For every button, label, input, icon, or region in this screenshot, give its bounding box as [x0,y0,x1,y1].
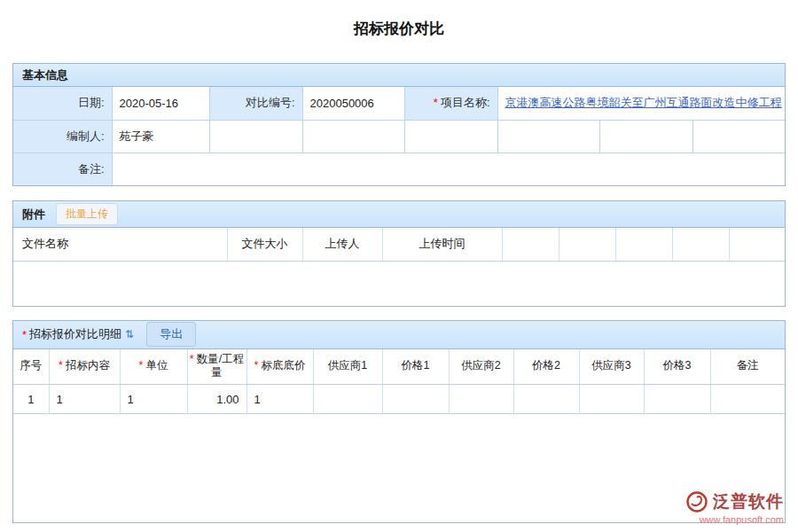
col-unit-label: 单位 [145,359,168,372]
empty-cell [599,120,692,153]
empty-cell [302,120,404,153]
remark-value[interactable] [112,153,785,185]
required-asterisk: * [190,353,194,365]
col-unit: *单位 [120,349,187,385]
detail-title: 招标报价对比明细 [29,326,121,342]
col-empty [502,228,559,261]
cell-price-1 [382,385,449,414]
brand-website[interactable]: www.fanpusoft.com [685,514,784,525]
col-upload-time: 上传时间 [382,228,502,261]
basic-info-row-1: 日期: 2020-05-16 对比编号: 2020050006 *项目名称: 京… [13,87,785,120]
compare-no-label: 对比编号: [209,87,302,120]
required-asterisk: * [139,359,144,372]
fanpu-logo-icon [685,490,708,513]
col-bid-content: *招标内容 [49,349,120,385]
basic-info-table: 日期: 2020-05-16 对比编号: 2020050006 *项目名称: 京… [13,87,785,185]
sort-icon[interactable]: ⇅ [125,328,134,340]
col-file-name: 文件名称 [13,228,227,261]
col-empty [729,228,785,261]
col-empty [615,228,672,261]
page-title: 招标报价对比 [0,0,798,39]
col-base-price: *标底底价 [246,349,313,385]
detail-empty-area [13,414,785,522]
col-empty [672,228,729,261]
attachments-header-row: 文件名称 文件大小 上传人 上传时间 [13,228,785,261]
attachments-title: 附件 [22,207,45,223]
brand-name: 泛普软件 [713,490,784,513]
basic-info-row-2: 编制人: 苑子豪 [13,120,785,153]
col-price-1: 价格1 [382,349,449,385]
basic-info-title: 基本信息 [22,67,68,83]
required-asterisk: * [434,96,438,109]
required-asterisk: * [59,359,63,372]
cell-supplier-2 [449,385,513,414]
project-name-label: *项目名称: [404,87,497,120]
col-empty [559,228,615,261]
remark-label: 备注: [13,153,112,185]
detail-table: 序号 *招标内容 *单位 *数量/工程量 *标底底价 供应商1 价格1 供应商2… [13,349,785,415]
detail-section: * 招标报价对比明细 ⇅ 导出 序号 *招标内容 *单位 *数量/工程量 *标底… [12,320,786,524]
col-price-2: 价格2 [513,349,579,385]
attachments-empty-area [13,262,785,306]
empty-cell [497,120,599,153]
empty-cell [404,120,497,153]
basic-info-header: 基本信息 [13,64,785,87]
detail-data-row: 1 1 1 1.00 1 [13,385,785,414]
col-base-price-label: 标底底价 [261,359,305,372]
cell-seq: 1 [13,385,49,414]
basic-info-section: 基本信息 日期: 2020-05-16 对比编号: 2020050006 *项目… [12,63,786,186]
col-uploader: 上传人 [302,228,382,261]
detail-header-row: 序号 *招标内容 *单位 *数量/工程量 *标底底价 供应商1 价格1 供应商2… [13,349,785,385]
export-button[interactable]: 导出 [146,322,196,347]
cell-supplier-3 [579,385,644,414]
detail-header: * 招标报价对比明细 ⇅ 导出 [13,321,785,349]
col-price-3: 价格3 [644,349,710,385]
col-quantity-label: 数量/工程量 [197,353,244,379]
col-supplier-1: 供应商1 [313,349,382,385]
cell-price-2 [513,385,579,414]
col-remark: 备注 [710,349,785,385]
col-bid-content-label: 招标内容 [66,359,110,372]
project-name-link[interactable]: 京港澳高速公路粤境韶关至广州互通路面改造中修工程 [505,96,782,109]
basic-info-row-3: 备注: [13,153,785,185]
attachments-table: 文件名称 文件大小 上传人 上传时间 [13,228,785,262]
required-asterisk: * [254,359,259,372]
attachments-header: 附件 批量上传 [13,201,785,228]
cell-supplier-1 [313,385,382,414]
cell-price-3 [644,385,710,414]
cell-remark [710,385,785,414]
batch-upload-button[interactable]: 批量上传 [56,203,118,225]
cell-unit: 1 [120,385,187,414]
col-file-size: 文件大小 [227,228,302,261]
required-asterisk: * [22,328,27,341]
date-label: 日期: [13,87,112,120]
attachments-section: 附件 批量上传 文件名称 文件大小 上传人 上传时间 [12,200,786,307]
vendor-logo: 泛普软件 www.fanpusoft.com [685,490,784,525]
cell-quantity: 1.00 [187,385,246,414]
preparer-value: 苑子豪 [112,120,209,153]
col-seq: 序号 [13,349,49,385]
empty-cell [209,120,302,153]
date-value[interactable]: 2020-05-16 [112,87,209,120]
col-supplier-2: 供应商2 [449,349,513,385]
compare-no-value: 2020050006 [302,87,404,120]
col-quantity: *数量/工程量 [187,349,246,385]
empty-cell [692,120,785,153]
cell-bid-content: 1 [49,385,120,414]
project-name-cell: 京港澳高速公路粤境韶关至广州互通路面改造中修工程 [497,87,785,120]
project-name-label-text: 项目名称: [441,96,490,109]
col-supplier-3: 供应商3 [579,349,644,385]
preparer-label: 编制人: [13,120,112,153]
cell-base-price: 1 [246,385,313,414]
